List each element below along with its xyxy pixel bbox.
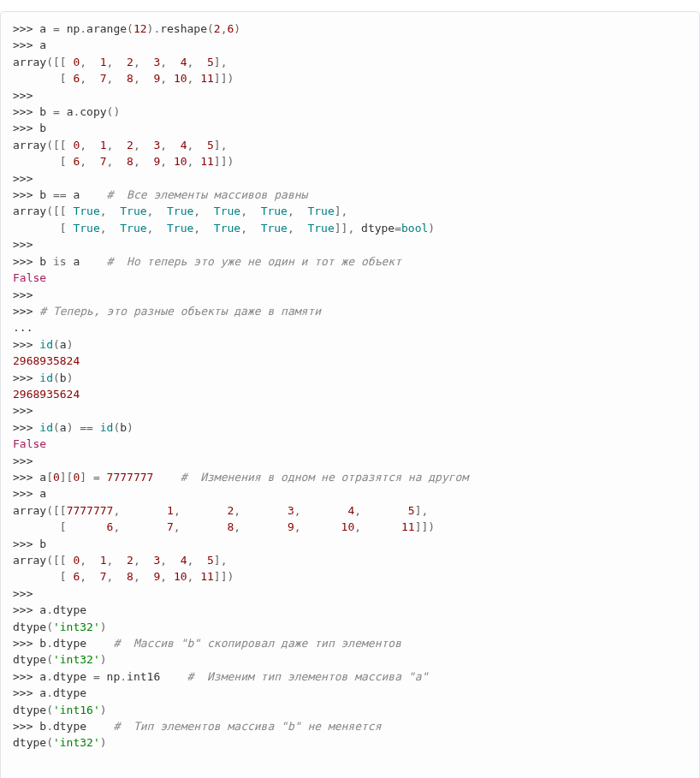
prompt: >>> [13, 105, 33, 118]
comment: # Изменим тип элементов массива "a" [187, 670, 429, 683]
arange: arange [86, 22, 127, 35]
prompt: >>> [13, 603, 33, 616]
prompt: >>> [13, 122, 33, 134]
prompt: >>> [13, 471, 33, 484]
prompt: >>> [13, 537, 33, 550]
comment: # Изменения в одном не отразятся на друг… [181, 471, 469, 484]
prompt: >>> [13, 686, 33, 699]
out-array: array [13, 504, 46, 517]
prompt: >>> [13, 188, 33, 201]
prompt: >>> [13, 22, 33, 35]
comment: # Теперь, это разные объекты даже в памя… [39, 305, 321, 318]
id-fn: id [39, 338, 53, 351]
comment: # Тип элементов массива "b" не меняется [113, 720, 381, 733]
prompt-cont: ... [13, 321, 33, 334]
is-op: is [53, 255, 67, 268]
false-out: False [13, 271, 46, 284]
op-eq: = [53, 22, 60, 35]
comment: # Все элементы массивов равны [107, 188, 308, 201]
prompt: >>> [13, 637, 33, 650]
var-b: b [39, 122, 46, 134]
prompt: >>> [13, 454, 33, 467]
var-b: b [39, 105, 46, 118]
prompt: >>> [13, 670, 33, 683]
prompt: >>> [13, 288, 33, 301]
id-b-out: 2968935624 [13, 388, 80, 401]
prompt: >>> [13, 238, 33, 251]
big-num: 7777777 [107, 471, 154, 484]
prompt: >>> [13, 39, 33, 51]
prompt: >>> [13, 371, 33, 384]
num-12: 12 [133, 22, 147, 35]
copy: copy [80, 105, 106, 118]
comment: # Массив "b" скопировал даже тип элемент… [113, 637, 401, 650]
out-array: array [13, 139, 46, 151]
dtype-out: dtype [13, 736, 46, 749]
prompt: >>> [13, 404, 33, 417]
np: np [67, 22, 80, 35]
prompt: >>> [13, 421, 33, 434]
prompt: >>> [13, 305, 33, 318]
out-array: array [13, 205, 46, 217]
var-a: a [39, 39, 46, 51]
false-out: False [13, 437, 46, 450]
prompt: >>> [13, 255, 33, 268]
id-a-out: 2968935824 [13, 354, 80, 367]
dtype-out: dtype [13, 704, 46, 716]
prompt: >>> [13, 338, 33, 351]
code-block: >>> a = np.arange(12).reshape(2,6) >>> a… [0, 11, 700, 778]
comment: # Но теперь это уже не один и тот же объ… [107, 255, 401, 268]
prompt: >>> [13, 720, 33, 733]
var-a: a [39, 22, 46, 35]
reshape: reshape [160, 22, 207, 35]
dtype-out: dtype [13, 621, 46, 633]
prompt: >>> [13, 587, 33, 600]
prompt: >>> [13, 172, 33, 185]
out-array: array [13, 554, 46, 567]
out-array: array [13, 56, 46, 68]
dtype-out: dtype [13, 653, 46, 666]
id-fn: id [39, 371, 53, 384]
prompt: >>> [13, 89, 33, 102]
prompt: >>> [13, 487, 33, 500]
num-2: 2 [214, 22, 221, 35]
